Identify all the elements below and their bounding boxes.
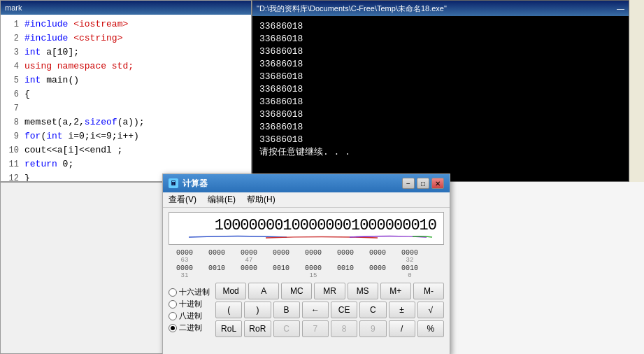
code-line: 8 memset(a,2,sizeof(a)); xyxy=(6,115,245,129)
calc-btn-[interactable]: ) xyxy=(244,302,271,318)
calc-menu-view[interactable]: 查看(V) xyxy=(166,194,199,206)
calc-radio-item[interactable]: 十进制 xyxy=(169,299,213,309)
calc-btn-MS[interactable]: MS xyxy=(348,283,378,299)
calc-btn-row-2: RoLRoRC789/% xyxy=(215,320,444,337)
hex-cell: 00100 xyxy=(394,264,426,279)
calc-close-btn[interactable]: ✕ xyxy=(431,178,444,189)
calc-titlebar-left: 🖩 计算器 xyxy=(169,178,208,190)
calc-btn-C[interactable]: C xyxy=(359,302,386,318)
terminal-line: 33686018 xyxy=(259,20,622,33)
calc-btn-RoR[interactable]: RoR xyxy=(244,320,271,337)
terminal-line: 33686018 xyxy=(259,83,622,96)
line-code: cout<<a[i]<<endl ; xyxy=(24,143,122,157)
calc-btn-B[interactable]: B xyxy=(273,302,300,318)
calc-buttons-area: 十六进制十进制八进制二进制ModAMCMRMSM+M-()B←CEC±√RoLR… xyxy=(163,281,450,341)
line-number: 11 xyxy=(6,157,19,171)
line-number: 9 xyxy=(6,129,19,143)
code-line: 4using namespace std; xyxy=(6,59,245,73)
hex-cell: 0010 xyxy=(329,264,362,279)
calc-btn-[interactable]: ± xyxy=(389,302,415,318)
calc-btn-Mod[interactable]: Mod xyxy=(215,283,246,299)
calc-display-area: 10000000100000001000000010 xyxy=(169,212,444,245)
calc-btn-M[interactable]: M- xyxy=(413,283,444,299)
code-line: 6{ xyxy=(6,87,245,101)
hex-cell: 000015 xyxy=(297,264,329,279)
terminal-window: "D:\我的资料库\Documents\C-Free\Temp\未命名18.ex… xyxy=(252,0,629,182)
calc-minimize-btn[interactable]: − xyxy=(402,178,415,189)
calc-btn-MC[interactable]: MC xyxy=(281,283,312,299)
line-number: 1 xyxy=(6,17,19,31)
calc-btn-MR[interactable]: MR xyxy=(314,283,345,299)
line-number: 3 xyxy=(6,45,19,59)
calc-title: 计算器 xyxy=(183,178,208,190)
code-line: 9 for(int i=0;i<=9;i++) xyxy=(6,129,245,143)
code-line: 1#include <iostream> xyxy=(6,17,245,31)
calc-menu-help[interactable]: 帮助(H) xyxy=(244,194,278,206)
calc-btn-[interactable]: ( xyxy=(215,302,242,318)
calc-menu-edit[interactable]: 编辑(E) xyxy=(205,194,238,206)
terminal-line: 33686018 xyxy=(259,96,622,108)
calc-btn-[interactable]: ← xyxy=(302,302,329,318)
terminal-title: "D:\我的资料库\Documents\C-Free\Temp\未命名18.ex… xyxy=(257,3,447,14)
code-content: 1#include <iostream>2#include <cstring>3… xyxy=(1,15,251,182)
code-line: 5int main() xyxy=(6,73,245,87)
line-number: 8 xyxy=(6,115,19,129)
code-line: 11 return 0; xyxy=(6,157,245,171)
line-code: { xyxy=(24,87,30,101)
hex-cell: 0000 xyxy=(329,249,362,264)
calc-display-decorations xyxy=(176,234,436,239)
calc-radio-item[interactable]: 二进制 xyxy=(169,323,213,333)
calc-hex-section: 0000630000000047000000000000000000003200… xyxy=(163,248,450,281)
hex-cell: 000047 xyxy=(233,249,265,264)
hex-cell: 000063 xyxy=(169,249,201,264)
line-number: 10 xyxy=(6,143,19,157)
terminal-close-btn[interactable]: — xyxy=(617,4,624,13)
line-code: using namespace std; xyxy=(24,59,134,73)
terminal-line: 33686018 xyxy=(259,45,622,58)
calc-main-row: 十六进制十进制八进制二进制ModAMCMRMSM+M-()B←CEC±√RoLR… xyxy=(169,283,444,337)
line-number: 7 xyxy=(6,101,19,115)
hex-row: 0000310010000000100000150010000000100 xyxy=(169,264,444,279)
calc-maximize-btn[interactable]: □ xyxy=(417,178,429,189)
radio-circle xyxy=(169,300,177,309)
calc-titlebar-buttons: − □ ✕ xyxy=(402,178,444,189)
calc-display-number: 10000000100000001000000010 xyxy=(176,217,436,234)
calc-btn-[interactable]: % xyxy=(417,320,444,337)
calc-radio-item[interactable]: 十六进制 xyxy=(169,287,213,297)
calc-btn-row-0: ModAMCMRMSM+M- xyxy=(215,283,444,299)
calc-btn-CE[interactable]: CE xyxy=(331,302,357,318)
line-code: for(int i=0;i<=9;i++) xyxy=(24,129,139,143)
code-editor-title: mark xyxy=(5,3,22,12)
hex-cell: 0000 xyxy=(297,249,329,264)
calc-btn-row-1: ()B←CEC±√ xyxy=(215,302,444,318)
line-code: int a[10]; xyxy=(24,45,79,59)
terminal-line: 33686018 xyxy=(259,134,622,146)
calc-btn-RoL[interactable]: RoL xyxy=(215,320,242,337)
calculator-window[interactable]: 🖩 计算器 − □ ✕ 查看(V) 编辑(E) 帮助(H) 1000000010… xyxy=(162,174,450,354)
calc-btn-M[interactable]: M+ xyxy=(380,283,411,299)
calc-btn-[interactable]: / xyxy=(389,320,415,337)
line-number: 6 xyxy=(6,87,19,101)
calc-btn-[interactable]: √ xyxy=(417,302,444,318)
terminal-line: 33686018 xyxy=(259,121,622,134)
hex-cell: 000032 xyxy=(394,249,426,264)
calc-btn-9: 9 xyxy=(359,320,386,337)
code-line: 7 xyxy=(6,101,245,115)
code-line: 3int a[10]; xyxy=(6,45,245,59)
line-code: #include <cstring> xyxy=(24,31,122,45)
terminal-prompt: 请按任意键继续. . . xyxy=(259,146,622,159)
calc-titlebar: 🖩 计算器 − □ ✕ xyxy=(163,174,450,192)
code-line: 10 cout<<a[i]<<endl ; xyxy=(6,143,245,157)
calc-btn-A[interactable]: A xyxy=(248,283,279,299)
hex-cell: 0000 xyxy=(362,264,394,279)
hex-cell: 0000 xyxy=(265,249,297,264)
line-number: 2 xyxy=(6,31,19,45)
hex-cell: 0000 xyxy=(362,249,394,264)
line-code: int main() xyxy=(24,73,79,87)
hex-row: 00006300000000470000000000000000000032 xyxy=(169,249,444,264)
calc-radio-item[interactable]: 八进制 xyxy=(169,311,213,321)
terminal-line: 33686018 xyxy=(259,71,622,83)
hex-cell: 000031 xyxy=(169,264,201,279)
line-number: 12 xyxy=(6,171,19,182)
line-code: memset(a,2,sizeof(a)); xyxy=(24,115,145,129)
